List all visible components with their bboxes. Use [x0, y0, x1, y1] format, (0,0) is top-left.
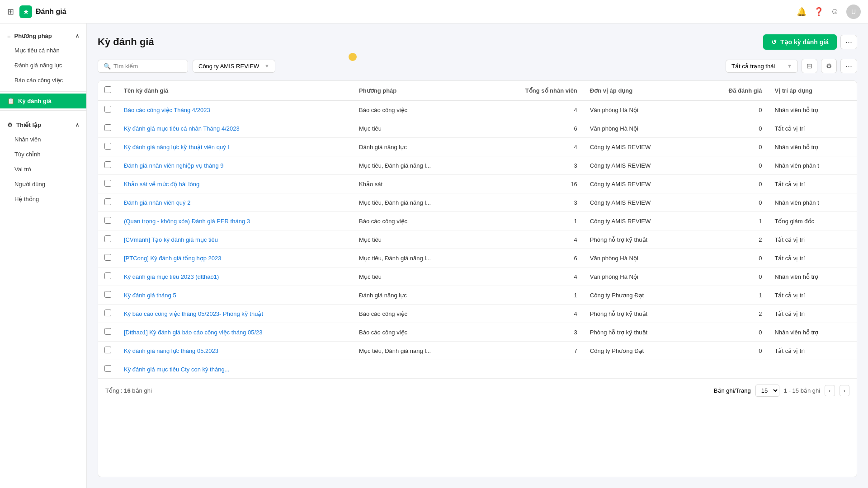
row-checkbox[interactable]	[104, 124, 111, 131]
row-reviewed: 2	[697, 230, 768, 249]
row-checkbox-cell[interactable]	[98, 286, 118, 305]
column-settings-button[interactable]: ⚙	[821, 59, 837, 73]
create-button[interactable]: ↺ Tạo kỳ đánh giá	[763, 34, 837, 50]
row-checkbox[interactable]	[104, 365, 111, 372]
grid-icon[interactable]: ⊞	[7, 7, 14, 17]
row-checkbox[interactable]	[104, 254, 111, 261]
toolbar-more-button[interactable]: ⋯	[840, 59, 857, 73]
row-checkbox-cell[interactable]	[98, 212, 118, 230]
table-row: Kỳ đánh giá năng lực kỹ thuật viên quý I…	[98, 138, 857, 156]
sidebar-item-danh-gia-nang-luc[interactable]: Đánh giá năng lực	[0, 58, 86, 73]
search-box[interactable]: 🔍	[98, 60, 188, 73]
sidebar-item-he-thong[interactable]: Hệ thống	[0, 192, 86, 206]
row-unit: Công ty AMIS REVIEW	[584, 175, 697, 193]
row-name-link[interactable]: (Quan trọng - không xóa) Đánh giá PER th…	[124, 218, 250, 225]
table-body: Báo cáo công việc Tháng 4/2023 Báo cáo c…	[98, 100, 857, 379]
sidebar-item-muc-tieu-ca-nhan[interactable]: Mục tiêu cá nhân	[0, 43, 86, 58]
face-button[interactable]: ☺	[831, 7, 839, 16]
next-page-button[interactable]: ›	[840, 385, 849, 396]
avatar[interactable]: U	[846, 5, 861, 19]
row-checkbox-cell[interactable]	[98, 100, 118, 119]
row-name: [PTCong] Kỳ đánh giá tổng hợp 2023	[118, 249, 353, 267]
row-checkbox[interactable]	[104, 328, 111, 335]
sidebar-group-phuong-phap[interactable]: ≡ Phương pháp ∧	[0, 29, 86, 43]
row-checkbox[interactable]	[104, 198, 111, 205]
row-method: Báo cáo công việc	[353, 305, 483, 323]
row-checkbox[interactable]	[104, 106, 111, 113]
company-filter[interactable]: Công ty AMIS REVIEW ▼	[193, 60, 275, 73]
bell-button[interactable]: 🔔	[797, 7, 807, 17]
search-icon: 🔍	[104, 63, 111, 70]
row-checkbox[interactable]	[104, 310, 111, 316]
select-all-header[interactable]	[98, 81, 118, 100]
row-checkbox[interactable]	[104, 180, 111, 187]
row-total: 1	[484, 212, 584, 230]
search-input[interactable]	[113, 63, 182, 70]
row-checkbox-cell[interactable]	[98, 156, 118, 175]
per-page-select[interactable]: 15 30 50	[755, 385, 779, 397]
more-options-button[interactable]: ⋯	[840, 35, 857, 49]
row-name-link[interactable]: Đánh giá nhân viên nghiệp vụ tháng 9	[124, 162, 224, 169]
company-select[interactable]: Công ty AMIS REVIEW	[198, 63, 260, 70]
company-chevron-icon: ▼	[264, 63, 269, 69]
row-reviewed	[697, 360, 768, 379]
row-name-link[interactable]: Kỳ đánh giá mục tiêu 2023 (dtthao1)	[124, 273, 219, 280]
sidebar-item-nhan-vien[interactable]: Nhân viên	[0, 132, 86, 147]
row-name-link[interactable]: Đánh giá nhân viên quý 2	[124, 199, 190, 206]
row-checkbox-cell[interactable]	[98, 323, 118, 342]
row-checkbox[interactable]	[104, 143, 111, 150]
row-checkbox[interactable]	[104, 272, 111, 279]
sidebar-item-tuy-chinh[interactable]: Tùy chỉnh	[0, 147, 86, 162]
sidebar-item-bao-cao-cong-viec[interactable]: Báo cáo công việc	[0, 73, 86, 88]
row-name-link[interactable]: Kỳ đánh giá mục tiêu cá nhân Tháng 4/202…	[124, 125, 240, 132]
sidebar-item-vai-tro[interactable]: Vai trò	[0, 162, 86, 177]
row-name-link[interactable]: Kỳ đánh giá mục tiêu Cty con kỳ tháng...	[124, 366, 229, 373]
row-checkbox-cell[interactable]	[98, 119, 118, 138]
row-checkbox[interactable]	[104, 291, 111, 298]
prev-page-button[interactable]: ‹	[825, 385, 835, 396]
row-name-link[interactable]: Kỳ báo cáo công việc tháng 05/2023- Phòn…	[124, 310, 263, 317]
row-name-link[interactable]: Kỳ đánh giá năng lực tháng 05.2023	[124, 347, 218, 354]
table-row: Kỳ đánh giá năng lực tháng 05.2023 Mục t…	[98, 342, 857, 360]
row-checkbox[interactable]	[104, 161, 111, 168]
row-name: Kỳ đánh giá mục tiêu cá nhân Tháng 4/202…	[118, 119, 353, 138]
row-checkbox-cell[interactable]	[98, 175, 118, 193]
row-total: 16	[484, 175, 584, 193]
total-count: 16	[124, 387, 130, 394]
row-total: 1	[484, 286, 584, 305]
row-checkbox-cell[interactable]	[98, 249, 118, 267]
row-name-link[interactable]: Báo cáo công việc Tháng 4/2023	[124, 107, 210, 113]
help-button[interactable]: ❓	[814, 7, 824, 17]
status-filter[interactable]: Tất cả trạng thái ▼	[726, 60, 798, 73]
row-name-link[interactable]: [CVmanh] Tạo kỳ đánh giá mục tiêu	[124, 236, 218, 243]
sidebar-item-ky-danh-gia[interactable]: 📋 Kỳ đánh giá	[0, 94, 86, 108]
row-checkbox-cell[interactable]	[98, 193, 118, 212]
row-checkbox-cell[interactable]	[98, 342, 118, 360]
row-name-link[interactable]: [PTCong] Kỳ đánh giá tổng hợp 2023	[124, 255, 221, 262]
select-all-checkbox[interactable]	[104, 86, 111, 93]
status-chevron-icon: ▼	[787, 63, 792, 69]
row-name-link[interactable]: Khảo sát về mức độ hài lòng	[124, 181, 199, 188]
row-checkbox[interactable]	[104, 217, 111, 224]
row-checkbox[interactable]	[104, 347, 111, 353]
sidebar-group-thiet-lap[interactable]: ⚙ Thiết lập ∧	[0, 118, 86, 132]
row-name-link[interactable]: Kỳ đánh giá tháng 5	[124, 292, 176, 299]
row-checkbox[interactable]	[104, 235, 111, 242]
row-method: Báo cáo công việc	[353, 323, 483, 342]
row-checkbox-cell[interactable]	[98, 360, 118, 379]
status-select[interactable]: Tất cả trạng thái	[731, 63, 783, 70]
row-name: [CVmanh] Tạo kỳ đánh giá mục tiêu	[118, 230, 353, 249]
row-checkbox-cell[interactable]	[98, 305, 118, 323]
filter-button[interactable]: ⊟	[802, 59, 817, 73]
row-name-link[interactable]: Kỳ đánh giá năng lực kỹ thuật viên quý I	[124, 144, 229, 150]
row-method: Mục tiêu, Đánh giá năng l...	[353, 156, 483, 175]
row-checkbox-cell[interactable]	[98, 267, 118, 286]
sidebar-item-nguoi-dung[interactable]: Người dùng	[0, 177, 86, 192]
row-name: Báo cáo công việc Tháng 4/2023	[118, 100, 353, 119]
row-name-link[interactable]: [Dtthao1] Kỳ đánh giá báo cáo công việc …	[124, 329, 263, 336]
data-table: Tên kỳ đánh giá Phương pháp Tổng số nhân…	[98, 81, 857, 379]
data-table-wrapper: Tên kỳ đánh giá Phương pháp Tổng số nhân…	[98, 80, 857, 477]
row-checkbox-cell[interactable]	[98, 138, 118, 156]
main-content: Kỳ đánh giá ↺ Tạo kỳ đánh giá ⋯ 🔍 Công t…	[87, 23, 868, 488]
row-checkbox-cell[interactable]	[98, 230, 118, 249]
